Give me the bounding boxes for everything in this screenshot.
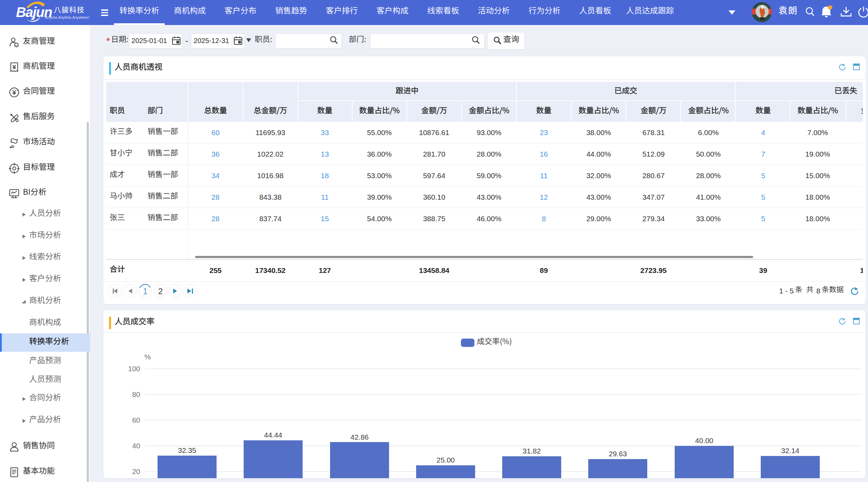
svg-text:vs: vs [15, 44, 18, 47]
